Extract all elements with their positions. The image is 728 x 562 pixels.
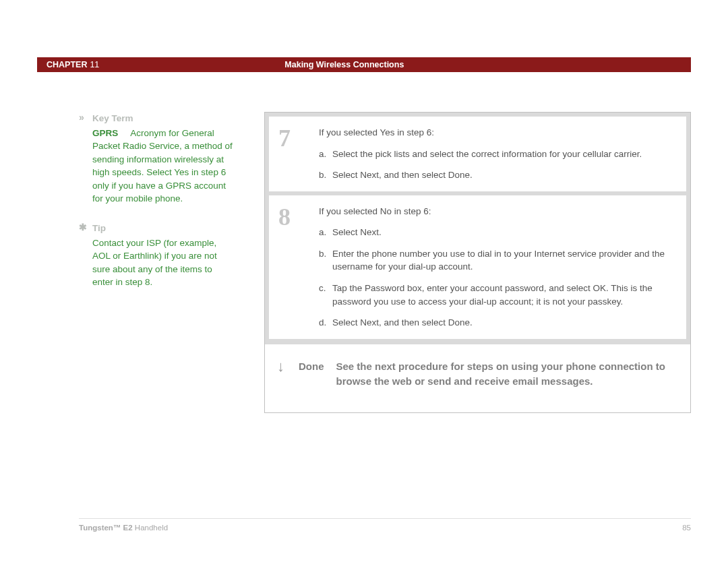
keyterm-term: GPRS xyxy=(92,128,118,138)
list-item: b. Select Next, and then select Done. xyxy=(319,168,674,182)
step-intro: If you selected Yes in step 6: xyxy=(319,126,674,139)
keyterm-block: » Key Term GPRS Acronym for General Pack… xyxy=(79,112,234,206)
list-item: c. Tap the Password box, enter your acco… xyxy=(319,282,674,308)
done-row: ↓ Done See the next procedure for steps … xyxy=(265,344,690,412)
list-item: b. Enter the phone number you use to dia… xyxy=(319,247,674,274)
chapter-header: CHAPTER 11 Making Wireless Connections xyxy=(37,57,691,72)
tip-label: Tip xyxy=(92,222,234,235)
chapter-label: CHAPTER xyxy=(47,60,87,69)
keyterm-label: Key Term xyxy=(92,112,234,125)
step-7: 7 If you selected Yes in step 6: a. Sele… xyxy=(269,117,686,191)
list-item: d. Select Next, and then select Done. xyxy=(319,316,674,330)
list-item: a. Select Next. xyxy=(319,226,674,239)
page-number: 85 xyxy=(682,524,691,532)
page-footer: Tungsten™ E2 Handheld 85 xyxy=(79,518,691,532)
step-number: 7 xyxy=(278,126,319,182)
main-content: 7 If you selected Yes in step 6: a. Sele… xyxy=(264,112,691,413)
sidebar: » Key Term GPRS Acronym for General Pack… xyxy=(79,112,234,413)
step-number: 8 xyxy=(278,205,319,330)
tip-text: Contact your ISP (for example, AOL or Ea… xyxy=(92,238,217,288)
tip-icon: ✱ xyxy=(79,222,92,289)
step-intro: If you selected No in step 6: xyxy=(319,205,674,218)
chapter-title: Making Wireless Connections xyxy=(284,60,404,69)
keyterm-icon: » xyxy=(79,112,92,206)
keyterm-text: Acronym for General Packet Radio Service… xyxy=(92,128,233,204)
down-arrow-icon: ↓ xyxy=(277,359,299,374)
list-item: a. Select the pick lists and select the … xyxy=(319,148,674,161)
done-text: See the next procedure for steps on usin… xyxy=(336,359,679,389)
steps-container: 7 If you selected Yes in step 6: a. Sele… xyxy=(265,113,690,344)
tip-block: ✱ Tip Contact your ISP (for example, AOL… xyxy=(79,222,234,289)
chapter-number: 11 xyxy=(90,60,99,69)
product-name: Tungsten™ E2 Handheld xyxy=(79,524,168,532)
step-8: 8 If you selected No in step 6: a. Selec… xyxy=(269,195,686,339)
done-label: Done xyxy=(299,359,324,375)
